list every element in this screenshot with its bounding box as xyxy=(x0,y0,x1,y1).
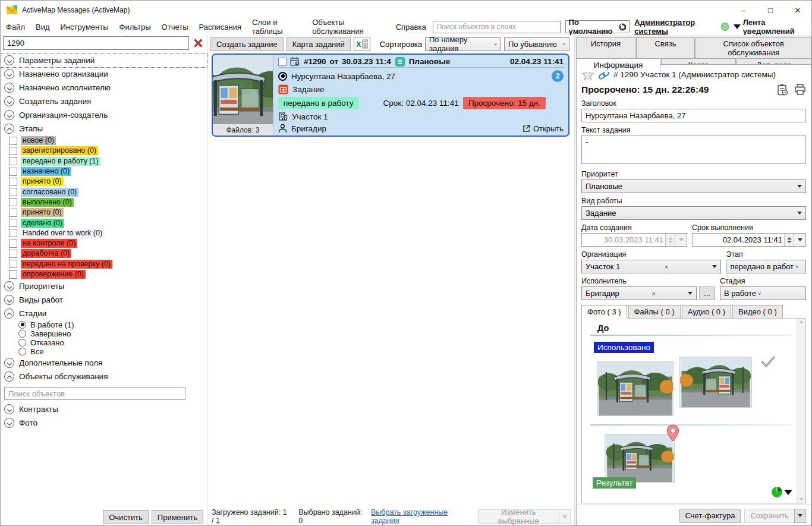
stage-checkbox-row[interactable]: назначено (0) xyxy=(1,166,207,177)
menu-help[interactable]: Справка xyxy=(391,21,432,33)
section-assigned-executor[interactable]: Назначено исполнителю xyxy=(1,81,207,95)
stage-checkbox-row[interactable]: опровержение (0) xyxy=(1,269,207,279)
work-type-select[interactable]: Задание xyxy=(581,206,806,220)
tab-service-objects-list[interactable]: Список объектов обслуживания xyxy=(695,37,811,58)
checkbox[interactable] xyxy=(9,188,17,196)
chevron-down-icon[interactable] xyxy=(4,281,14,291)
printer-icon[interactable] xyxy=(794,84,806,96)
chevron-down-icon[interactable] xyxy=(4,55,14,65)
tab-video[interactable]: Видео ( 0 ) xyxy=(732,305,783,318)
checkbox[interactable] xyxy=(9,147,17,155)
minimize-button[interactable]: – xyxy=(729,1,757,20)
open-task-link[interactable]: Открыть xyxy=(523,124,564,133)
radio-selected[interactable] xyxy=(18,321,26,329)
stage-checkbox-row[interactable]: согласовано (0) xyxy=(1,187,207,197)
menu-view[interactable]: Вид xyxy=(30,21,55,33)
clear-value-icon[interactable]: × xyxy=(649,290,657,297)
clear-value-icon[interactable]: × xyxy=(662,263,671,270)
menu-reports[interactable]: Отчеты xyxy=(156,21,194,33)
clear-search-icon[interactable] xyxy=(191,37,204,50)
edit-selected-dropdown[interactable]: ˅ xyxy=(559,509,571,524)
checkbox[interactable] xyxy=(9,270,17,279)
checkbox[interactable] xyxy=(9,168,17,176)
clear-filters-button[interactable]: Очистить xyxy=(103,510,149,524)
checkbox[interactable] xyxy=(9,219,17,227)
photo-thumbnail-result[interactable] xyxy=(605,434,675,483)
chevron-up-icon[interactable] xyxy=(4,308,14,319)
section-work-types[interactable]: Виды работ xyxy=(1,293,207,307)
chevron-down-icon[interactable] xyxy=(4,96,14,106)
section-assigned-org[interactable]: Назначено организации xyxy=(1,67,207,81)
chevron-down-icon[interactable] xyxy=(734,24,741,29)
section-photo[interactable]: Фото xyxy=(1,416,207,430)
checkbox[interactable] xyxy=(9,209,17,217)
stage-select[interactable]: передано в работ˅ xyxy=(726,260,806,273)
stage-checkbox-row[interactable]: доработка (0) xyxy=(1,248,207,259)
stage-checkbox-row[interactable]: передано на проверку (0) xyxy=(1,259,207,269)
layer-search-input[interactable] xyxy=(433,21,561,33)
checkbox[interactable] xyxy=(9,240,17,248)
chevron-up-icon[interactable] xyxy=(4,371,14,382)
stage-checkbox-row[interactable]: принято (0) xyxy=(1,207,207,218)
menu-schedules[interactable]: Расписания xyxy=(194,21,247,33)
stage-checkbox-row[interactable]: принято (0) xyxy=(1,177,207,187)
executor-select[interactable]: Бригадир× xyxy=(581,286,697,300)
tab-information[interactable]: Информация xyxy=(576,58,660,72)
objects-search-input[interactable] xyxy=(4,387,185,400)
chevron-up-icon[interactable] xyxy=(4,124,14,134)
close-button[interactable]: ✕ xyxy=(784,1,811,20)
photo-thumbnail-before-2[interactable] xyxy=(679,357,752,408)
menu-service-objects[interactable]: Объекты обслуживания xyxy=(307,16,391,37)
stage-checkbox-row[interactable]: зарегистрировано (0) xyxy=(1,146,207,156)
tab-photo[interactable]: Фото ( 3 ) xyxy=(581,305,627,319)
sort-field-select[interactable]: По номеру задания˅ xyxy=(425,37,501,51)
task-card[interactable]: Файлов: 3 #1290 от 30.03.23 11:4 xyxy=(212,53,569,137)
checkbox[interactable] xyxy=(9,250,17,258)
checkbox[interactable] xyxy=(9,229,17,237)
stadia-radio-rejected[interactable]: Отказано xyxy=(1,338,207,347)
select-loaded-link[interactable]: Выбрать загруженные задания xyxy=(371,508,470,525)
tab-history[interactable]: История xyxy=(576,37,635,58)
invoice-button[interactable]: Счет-фактура xyxy=(679,509,741,523)
tab-links[interactable]: Связь xyxy=(636,37,695,58)
clipboard-clock-icon[interactable] xyxy=(777,84,788,96)
task-map-button[interactable]: Карта заданий xyxy=(287,37,351,51)
executor-more-button[interactable]: ... xyxy=(699,286,715,300)
stadia-select[interactable]: В работе˅ xyxy=(720,286,806,300)
menu-tools[interactable]: Инструменты xyxy=(55,21,114,33)
stage-checkbox-row[interactable]: Handed over to work (0) xyxy=(1,228,207,238)
section-stadia[interactable]: Стадии xyxy=(1,307,207,320)
menu-layers[interactable]: Слои и таблицы xyxy=(247,16,307,37)
chevron-down-icon[interactable] xyxy=(794,234,805,246)
create-task-button[interactable]: Создать задание xyxy=(210,37,284,51)
stage-checkbox-row[interactable]: передано в работу (1) xyxy=(1,156,207,166)
excel-export-button[interactable]: X xyxy=(354,37,370,51)
sort-order-select[interactable]: По убыванию˅ xyxy=(504,37,569,51)
stadia-radio-inwork[interactable]: В работе (1) xyxy=(1,320,207,329)
maximize-button[interactable]: □ xyxy=(757,1,784,20)
section-service-objects[interactable]: Объекты обслуживания xyxy=(1,370,207,383)
scrollbar[interactable] xyxy=(797,319,805,503)
chevron-down-icon[interactable] xyxy=(4,358,14,368)
task-checkbox[interactable] xyxy=(278,58,287,66)
chevron-down-icon[interactable] xyxy=(4,110,14,120)
radio[interactable] xyxy=(18,330,26,338)
task-search-input[interactable] xyxy=(3,36,189,50)
text-field-textarea[interactable]: - xyxy=(581,136,806,164)
checkbox[interactable] xyxy=(9,198,17,206)
priority-select[interactable]: Плановые xyxy=(581,179,806,193)
chevron-down-icon[interactable] xyxy=(4,418,14,428)
default-view-button[interactable]: По умолчанию xyxy=(565,20,630,33)
chevron-down-icon[interactable] xyxy=(784,490,792,495)
notifications-toggle[interactable]: Лента уведомлений xyxy=(743,18,808,36)
section-contracts[interactable]: Контракты xyxy=(1,402,207,416)
pie-chart-icon[interactable] xyxy=(771,486,783,498)
organization-select[interactable]: Участок 1× xyxy=(581,260,721,273)
menu-file[interactable]: Файл xyxy=(1,21,30,33)
radio[interactable] xyxy=(18,348,26,355)
stage-checkbox-row[interactable]: на контроле (0) xyxy=(1,238,207,248)
stadia-radio-all[interactable]: Все xyxy=(1,347,207,356)
menu-filters[interactable]: Фильтры xyxy=(114,21,156,33)
section-creator-org[interactable]: Организация-создатель xyxy=(1,108,207,122)
photo-thumbnail-before-1[interactable] xyxy=(597,361,673,416)
